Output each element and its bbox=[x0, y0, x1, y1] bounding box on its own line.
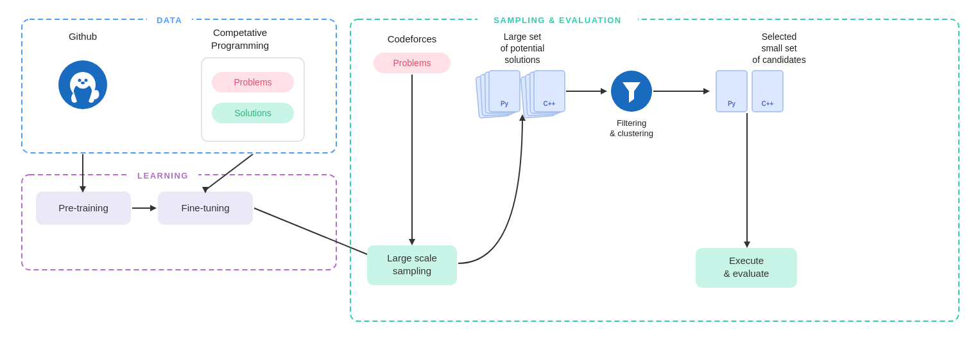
svg-text:Problems: Problems bbox=[393, 58, 431, 68]
svg-text:Py: Py bbox=[501, 100, 509, 107]
svg-text:Fine-tuning: Fine-tuning bbox=[181, 202, 229, 213]
svg-text:Competative: Competative bbox=[213, 27, 267, 38]
svg-rect-15 bbox=[202, 58, 304, 141]
svg-text:Py: Py bbox=[728, 100, 736, 107]
svg-text:solutions: solutions bbox=[504, 55, 540, 65]
svg-rect-23 bbox=[36, 191, 131, 225]
svg-text:Filtering: Filtering bbox=[617, 118, 646, 128]
svg-rect-76 bbox=[696, 248, 797, 288]
svg-text:Problems: Problems bbox=[234, 77, 271, 87]
svg-marker-66 bbox=[703, 88, 710, 94]
svg-text:C++: C++ bbox=[544, 100, 556, 107]
svg-rect-21 bbox=[128, 170, 198, 181]
svg-rect-72 bbox=[752, 71, 783, 112]
svg-marker-79 bbox=[519, 114, 526, 121]
svg-rect-57 bbox=[534, 71, 565, 112]
svg-point-6 bbox=[74, 84, 92, 99]
svg-text:LEARNING: LEARNING bbox=[137, 171, 189, 180]
svg-point-61 bbox=[611, 71, 652, 112]
svg-marker-8 bbox=[73, 75, 78, 81]
svg-text:DATA: DATA bbox=[157, 15, 182, 25]
svg-text:Selected: Selected bbox=[762, 31, 796, 42]
svg-text:Github: Github bbox=[69, 31, 97, 42]
svg-text:SAMPLING & EVALUATION: SAMPLING & EVALUATION bbox=[494, 15, 621, 25]
svg-marker-34 bbox=[371, 254, 376, 261]
svg-rect-51 bbox=[485, 72, 516, 114]
svg-rect-49 bbox=[476, 75, 510, 118]
svg-point-5 bbox=[70, 72, 96, 98]
svg-rect-55 bbox=[525, 73, 558, 116]
svg-marker-60 bbox=[601, 88, 607, 94]
svg-marker-32 bbox=[202, 187, 209, 193]
svg-marker-9 bbox=[87, 75, 92, 81]
svg-rect-54 bbox=[520, 75, 554, 118]
svg-marker-42 bbox=[409, 239, 415, 245]
svg-text:& evaluate: & evaluate bbox=[724, 268, 769, 279]
svg-line-31 bbox=[205, 154, 253, 190]
svg-marker-75 bbox=[744, 242, 750, 248]
svg-text:of potential: of potential bbox=[501, 43, 545, 53]
svg-rect-16 bbox=[212, 72, 294, 92]
svg-rect-1 bbox=[147, 14, 192, 26]
svg-text:of candidates: of candidates bbox=[752, 55, 805, 65]
diagram: DATA Github Competative bbox=[0, 0, 980, 343]
svg-text:Pre-training: Pre-training bbox=[58, 202, 108, 213]
svg-rect-20 bbox=[22, 175, 336, 270]
svg-text:Programming: Programming bbox=[211, 40, 269, 51]
svg-marker-30 bbox=[80, 186, 86, 193]
svg-point-10 bbox=[78, 79, 82, 82]
svg-rect-35 bbox=[350, 19, 959, 321]
svg-rect-70 bbox=[716, 71, 747, 112]
svg-rect-0 bbox=[22, 19, 336, 153]
svg-text:& clustering: & clustering bbox=[610, 128, 653, 138]
svg-rect-43 bbox=[367, 245, 457, 285]
svg-text:Large set: Large set bbox=[504, 31, 541, 42]
svg-text:Codeforces: Codeforces bbox=[388, 33, 437, 44]
svg-rect-27 bbox=[158, 191, 253, 225]
svg-text:Solutions: Solutions bbox=[234, 108, 271, 118]
svg-rect-36 bbox=[477, 14, 638, 26]
svg-point-7 bbox=[75, 73, 90, 89]
svg-rect-18 bbox=[212, 103, 294, 123]
svg-rect-50 bbox=[480, 73, 513, 116]
svg-marker-62 bbox=[623, 82, 640, 103]
svg-rect-56 bbox=[529, 72, 561, 114]
svg-point-11 bbox=[85, 79, 88, 82]
svg-text:Large scale: Large scale bbox=[387, 252, 437, 263]
svg-rect-39 bbox=[374, 53, 451, 73]
svg-marker-26 bbox=[150, 205, 157, 211]
svg-text:sampling: sampling bbox=[393, 265, 431, 276]
svg-point-4 bbox=[58, 60, 107, 109]
svg-rect-52 bbox=[489, 71, 520, 112]
svg-line-33 bbox=[254, 208, 374, 257]
svg-text:small set: small set bbox=[761, 43, 796, 53]
svg-text:Execute: Execute bbox=[729, 255, 764, 266]
svg-point-12 bbox=[81, 82, 85, 84]
svg-text:C++: C++ bbox=[762, 100, 774, 107]
